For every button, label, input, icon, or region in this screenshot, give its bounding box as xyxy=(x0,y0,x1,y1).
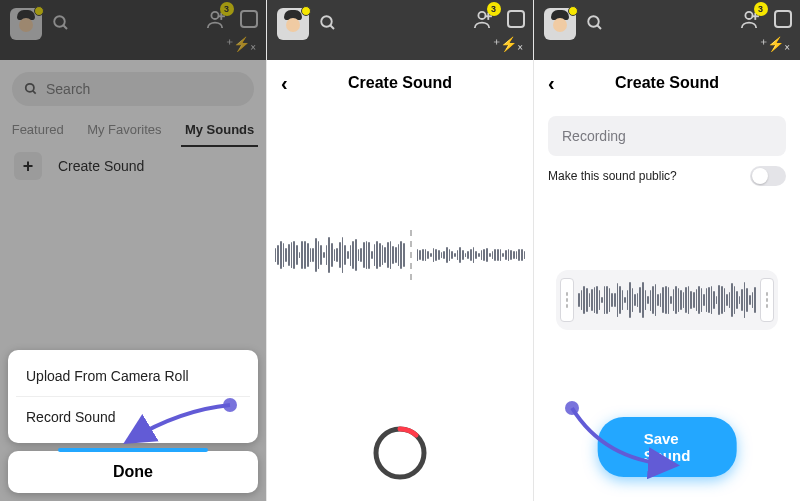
svg-line-9 xyxy=(330,25,334,29)
svg-line-15 xyxy=(597,25,601,29)
svg-point-19 xyxy=(565,401,579,415)
sound-name-input[interactable]: Recording xyxy=(548,116,786,156)
flash-icon[interactable]: ⁺⚡ₓ xyxy=(760,36,790,52)
trim-waveform[interactable] xyxy=(556,270,778,330)
sheet-record-sound[interactable]: Record Sound xyxy=(8,397,258,437)
app-topbar: 3 ⁺⚡ₓ xyxy=(267,0,533,60)
story-indicator-icon xyxy=(568,6,578,16)
app-topbar: 3 ⁺⚡ₓ xyxy=(534,0,800,60)
search-icon[interactable] xyxy=(319,14,337,32)
create-sound-header: ‹ Create Sound xyxy=(534,60,800,106)
flash-icon[interactable]: ⁺⚡ₓ xyxy=(493,36,523,52)
svg-point-10 xyxy=(478,12,485,19)
notification-badge: 3 xyxy=(754,2,768,16)
add-friend-icon[interactable]: 3 xyxy=(471,10,493,33)
make-public-label: Make this sound public? xyxy=(548,169,677,183)
svg-point-16 xyxy=(745,12,752,19)
record-button[interactable] xyxy=(372,425,428,481)
lens-frame-icon[interactable] xyxy=(507,10,525,28)
panel-save: 3 ⁺⚡ₓ ‹ Create Sound Recording Make this… xyxy=(534,0,800,501)
story-indicator-icon xyxy=(301,6,311,16)
svg-point-8 xyxy=(321,16,332,27)
svg-point-14 xyxy=(588,16,599,27)
profile-avatar[interactable] xyxy=(277,8,309,40)
back-button[interactable]: ‹ xyxy=(548,72,555,95)
action-sheet: Upload From Camera Roll Record Sound Don… xyxy=(8,350,258,493)
add-friend-icon[interactable]: 3 xyxy=(738,10,760,33)
save-sound-button[interactable]: Save Sound xyxy=(598,417,737,477)
trim-handle-left[interactable] xyxy=(560,278,574,322)
sound-name-placeholder: Recording xyxy=(562,128,626,144)
make-public-toggle[interactable] xyxy=(750,166,786,186)
create-sound-header: ‹ Create Sound xyxy=(267,60,533,106)
panel-sounds-list: 3 ⁺⚡ₓ Search Featured My Favorites My So… xyxy=(0,0,267,501)
sheet-done-button[interactable]: Done xyxy=(8,451,258,493)
sheet-upload-camera-roll[interactable]: Upload From Camera Roll xyxy=(8,356,258,396)
trim-handle-right[interactable] xyxy=(760,278,774,322)
recording-waveform xyxy=(275,230,525,280)
search-icon[interactable] xyxy=(586,14,604,32)
page-title: Create Sound xyxy=(348,74,452,92)
notification-badge: 3 xyxy=(487,2,501,16)
lens-frame-icon[interactable] xyxy=(774,10,792,28)
back-button[interactable]: ‹ xyxy=(281,72,288,95)
page-title: Create Sound xyxy=(615,74,719,92)
panel-record: 3 ⁺⚡ₓ ‹ Create Sound xyxy=(267,0,534,501)
profile-avatar[interactable] xyxy=(544,8,576,40)
